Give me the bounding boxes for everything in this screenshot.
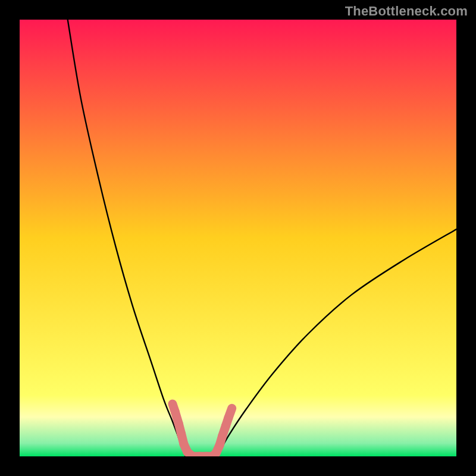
chart-frame: TheBottleneck.com [0,0,476,476]
watermark-text: TheBottleneck.com [345,4,468,19]
gradient-background [20,20,456,456]
highlight-segment [228,408,232,418]
bottleneck-chart [20,20,456,456]
